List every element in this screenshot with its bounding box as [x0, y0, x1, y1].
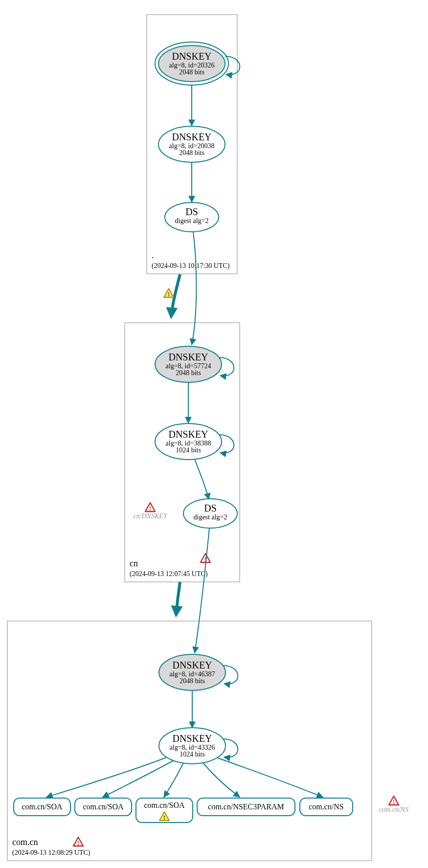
edge-zsk-r5	[218, 758, 323, 797]
node-label: DNSKEY	[172, 733, 212, 744]
missing-label-comcn-ns: com.cn/NS	[379, 806, 408, 813]
rrset-comcn-ns[interactable]: com.cn/NS	[300, 798, 353, 816]
edge-zsk-r3	[164, 763, 183, 797]
zone-title-comcn: com.cn	[12, 837, 38, 847]
node-detail: 2048 bits	[179, 68, 204, 76]
node-cn-ds[interactable]: DS digest alg=2	[183, 499, 237, 528]
node-label: DNSKEY	[172, 660, 212, 670]
node-cn-ksk[interactable]: DNSKEY alg=8, id=57724 2048 bits	[155, 346, 222, 382]
zone-timestamp-cn: (2024-09-13 12:07:45 UTC)	[130, 570, 208, 578]
node-detail: digest alg=2	[175, 217, 209, 224]
node-detail: digest alg=2	[194, 513, 227, 521]
node-detail: alg=8, id=20326	[169, 62, 215, 69]
rrset-comcn-nsec3param[interactable]: com.cn/NSEC3PARAM	[197, 798, 295, 816]
edge-cn-ds-comcn-ksk	[195, 528, 209, 653]
node-label: DNSKEY	[172, 51, 211, 62]
error-icon[interactable]	[145, 503, 155, 512]
edge-root-ds-cn-ksk	[192, 232, 196, 345]
rrset-comcn-soa-2[interactable]: com.cn/SOA	[75, 798, 132, 816]
delegation-cn-comcn	[176, 582, 180, 615]
zone-timestamp-root: (2024-09-13 10:17:30 UTC)	[152, 262, 230, 270]
rrset-label: com.cn/NS	[309, 802, 344, 811]
node-detail: alg=8, id=46387	[170, 670, 215, 678]
node-label: DNSKEY	[168, 352, 208, 362]
node-root-ds[interactable]: DS digest alg=2	[165, 202, 219, 232]
error-icon[interactable]	[389, 796, 399, 805]
node-detail: alg=8, id=57724	[166, 362, 211, 370]
node-cn-zsk[interactable]: DNSKEY alg=8, id=38388 1024 bits	[155, 423, 222, 460]
edge-zsk-r1	[46, 757, 166, 797]
rrset-label: com.cn/SOA	[22, 802, 63, 811]
missing-label-cn-dnskey: cn/DNSKEY	[133, 512, 168, 520]
node-detail: 1024 bits	[180, 751, 205, 758]
edge-zsk-r2	[103, 760, 174, 797]
node-label: DNSKEY	[168, 429, 208, 440]
rrset-label: com.cn/SOA	[144, 801, 185, 809]
zone-title-cn: cn	[130, 558, 138, 568]
rrset-comcn-soa-3[interactable]: com.cn/SOA	[136, 798, 193, 823]
node-detail: alg=8, id=38388	[166, 440, 211, 447]
warning-icon[interactable]	[164, 289, 174, 298]
node-root-ksk[interactable]: DNSKEY alg=8, id=20326 2048 bits	[155, 42, 228, 85]
node-comcn-ksk[interactable]: DNSKEY alg=8, id=46387 2048 bits	[159, 654, 225, 690]
zone-title-root: .	[152, 250, 154, 260]
node-label: DNSKEY	[172, 132, 211, 142]
zone-timestamp-comcn: (2024-09-13 12:08:29 UTC)	[12, 849, 90, 857]
rrset-label: com.cn/NSEC3PARAM	[208, 802, 284, 811]
node-comcn-zsk[interactable]: DNSKEY alg=8, id=43326 1024 bits	[159, 728, 225, 764]
edge-zsk-r4	[203, 763, 240, 797]
node-detail: alg=8, id=20038	[169, 142, 215, 150]
node-label: DS	[185, 206, 198, 217]
node-detail: 2048 bits	[176, 369, 201, 377]
node-detail: 2048 bits	[179, 149, 204, 156]
node-detail: 2048 bits	[180, 677, 205, 685]
node-label: DS	[204, 503, 217, 513]
rrset-comcn-soa-1[interactable]: com.cn/SOA	[14, 798, 70, 816]
node-root-zsk[interactable]: DNSKEY alg=8, id=20038 2048 bits	[158, 126, 225, 162]
edge-cn-zsk-ds	[195, 459, 209, 499]
node-detail: 1024 bits	[176, 446, 201, 454]
node-detail: alg=8, id=43326	[170, 744, 215, 751]
error-icon[interactable]	[73, 837, 83, 846]
rrset-label: com.cn/SOA	[83, 802, 124, 811]
